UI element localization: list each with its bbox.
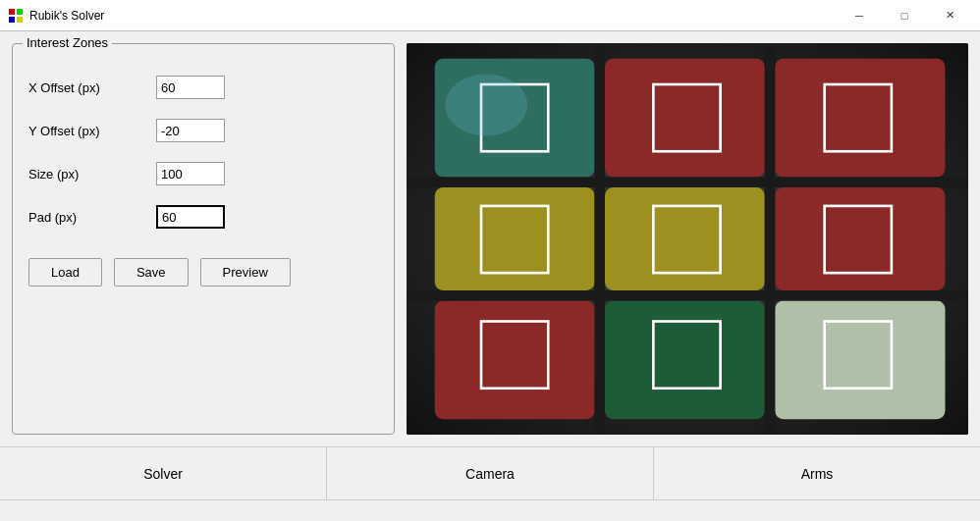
interest-zones-group: Interest Zones X Offset (px) Y Offset (p… — [12, 43, 395, 435]
tab-camera[interactable]: Camera — [327, 447, 654, 499]
main-content: Interest Zones X Offset (px) Y Offset (p… — [0, 31, 980, 446]
maximize-button[interactable]: □ — [882, 0, 927, 31]
tab-solver[interactable]: Solver — [0, 447, 327, 499]
x-offset-label: X Offset (px) — [28, 80, 156, 95]
size-label: Size (px) — [28, 167, 156, 182]
group-legend: Interest Zones — [23, 35, 112, 50]
svg-point-27 — [445, 75, 527, 136]
tab-arms[interactable]: Arms — [654, 447, 980, 499]
app-title: Rubik's Solver — [29, 9, 837, 23]
pad-row: Pad (px) — [28, 205, 378, 229]
svg-rect-7 — [775, 59, 945, 178]
svg-rect-11 — [435, 301, 595, 420]
svg-rect-13 — [775, 301, 945, 420]
camera-view — [407, 43, 968, 435]
svg-rect-12 — [605, 301, 765, 420]
svg-rect-16 — [407, 178, 968, 188]
title-bar: Rubik's Solver ─ □ ✕ — [0, 0, 980, 31]
y-offset-row: Y Offset (px) — [28, 119, 378, 142]
y-offset-label: Y Offset (px) — [28, 124, 156, 138]
load-button[interactable]: Load — [28, 258, 102, 287]
status-bar — [0, 499, 980, 521]
minimize-button[interactable]: ─ — [837, 0, 882, 31]
svg-rect-9 — [605, 187, 765, 290]
pad-label: Pad (px) — [28, 210, 156, 225]
size-input[interactable] — [156, 162, 225, 185]
y-offset-input[interactable] — [156, 119, 225, 142]
left-panel: Interest Zones X Offset (px) Y Offset (p… — [12, 43, 395, 435]
svg-rect-6 — [605, 59, 765, 178]
svg-rect-3 — [17, 17, 23, 23]
button-row: Load Save Preview — [28, 258, 378, 287]
pad-input[interactable] — [156, 205, 225, 229]
svg-rect-1 — [17, 9, 23, 15]
tab-bar: Solver Camera Arms — [0, 446, 980, 499]
svg-rect-17 — [407, 290, 968, 301]
save-button[interactable]: Save — [114, 258, 189, 287]
svg-rect-14 — [595, 43, 606, 435]
x-offset-row: X Offset (px) — [28, 76, 378, 99]
window-controls: ─ □ ✕ — [837, 0, 972, 31]
svg-rect-8 — [435, 187, 595, 290]
preview-button[interactable]: Preview — [200, 258, 291, 287]
size-row: Size (px) — [28, 162, 378, 185]
svg-rect-2 — [9, 17, 15, 23]
svg-rect-15 — [765, 43, 776, 435]
svg-rect-0 — [9, 9, 15, 15]
svg-rect-10 — [775, 187, 945, 290]
close-button[interactable]: ✕ — [927, 0, 972, 31]
app-icon — [8, 8, 24, 24]
x-offset-input[interactable] — [156, 76, 225, 99]
